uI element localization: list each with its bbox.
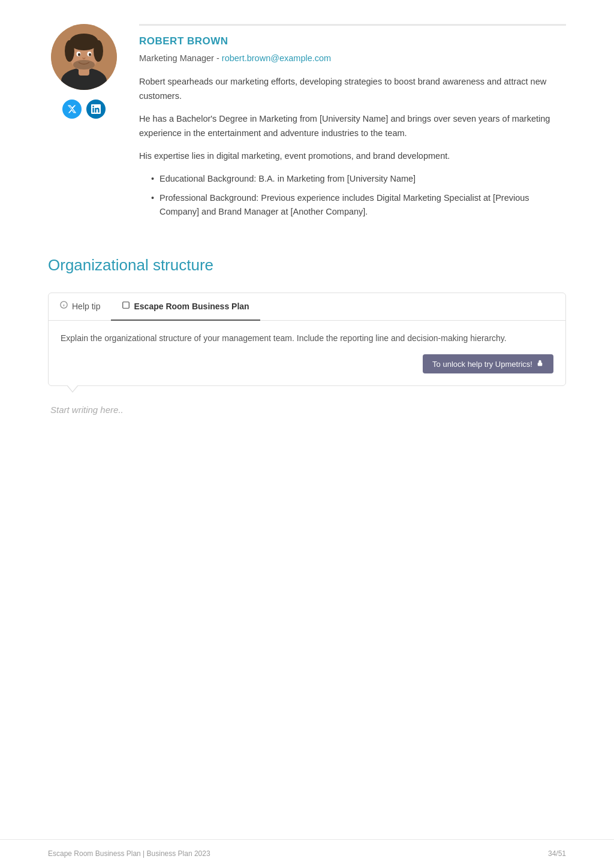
- profile-right: ROBERT BROWN Marketing Manager - robert.…: [139, 24, 566, 224]
- footer-right: 34/51: [548, 848, 566, 860]
- unlock-btn-container: To unlock help try Upmetrics!: [61, 354, 553, 376]
- role-label: Marketing Manager: [139, 53, 214, 63]
- lightbulb-icon: [59, 299, 68, 314]
- start-writing-placeholder[interactable]: Start writing here..: [48, 403, 566, 417]
- svg-rect-15: [538, 363, 543, 366]
- svg-point-11: [73, 60, 95, 70]
- lock-icon: [536, 359, 544, 369]
- bio-paragraph-3: His expertise lies in digital marketing,…: [139, 149, 566, 164]
- tab-escape-room[interactable]: Escape Room Business Plan: [111, 293, 260, 321]
- tab-escape-room-label: Escape Room Business Plan: [134, 300, 249, 313]
- help-tip-box: Help tip Escape Room Business Plan Expla…: [48, 293, 566, 386]
- tab-help-tip-label: Help tip: [72, 300, 100, 313]
- email-link[interactable]: robert.brown@example.com: [222, 53, 331, 63]
- social-icons: [62, 100, 106, 119]
- help-tip-text: Explain the organizational structure of …: [61, 331, 553, 345]
- footer-left: Escape Room Business Plan | Business Pla…: [48, 848, 210, 860]
- bullet-item-1: Educational Background: B.A. in Marketin…: [151, 172, 566, 185]
- help-tip-content: Explain the organizational structure of …: [49, 321, 565, 385]
- avatar: [51, 24, 117, 90]
- svg-point-5: [65, 40, 74, 62]
- role-email-line: Marketing Manager - robert.brown@example…: [139, 52, 566, 65]
- bio-paragraph-1: Robert spearheads our marketing efforts,…: [139, 75, 566, 104]
- profile-section: ROBERT BROWN Marketing Manager - robert.…: [48, 24, 566, 224]
- linkedin-icon[interactable]: [86, 100, 106, 119]
- bullet-list: Educational Background: B.A. in Marketin…: [139, 172, 566, 218]
- document-icon: [122, 299, 130, 314]
- section-title: Organizational structure: [48, 253, 566, 278]
- unlock-button[interactable]: To unlock help try Upmetrics!: [423, 354, 553, 373]
- bio-paragraph-2: He has a Bachelor's Degree in Marketing …: [139, 112, 566, 141]
- svg-point-10: [89, 53, 91, 56]
- org-section: Organizational structure Help tip: [48, 253, 566, 417]
- profile-left: [48, 24, 120, 224]
- svg-rect-14: [123, 302, 130, 309]
- help-tip-tabs: Help tip Escape Room Business Plan: [49, 293, 565, 321]
- name-line: ROBERT BROWN: [139, 24, 566, 49]
- tab-help-tip[interactable]: Help tip: [49, 293, 111, 321]
- svg-point-6: [94, 40, 103, 62]
- bullet-item-2: Professional Background: Previous experi…: [151, 191, 566, 218]
- page-footer: Escape Room Business Plan | Business Pla…: [0, 839, 614, 868]
- twitter-icon[interactable]: [62, 100, 82, 119]
- svg-point-9: [78, 53, 80, 56]
- unlock-button-label: To unlock help try Upmetrics!: [432, 360, 532, 369]
- person-name: ROBERT BROWN: [139, 33, 566, 49]
- separator: -: [216, 53, 222, 63]
